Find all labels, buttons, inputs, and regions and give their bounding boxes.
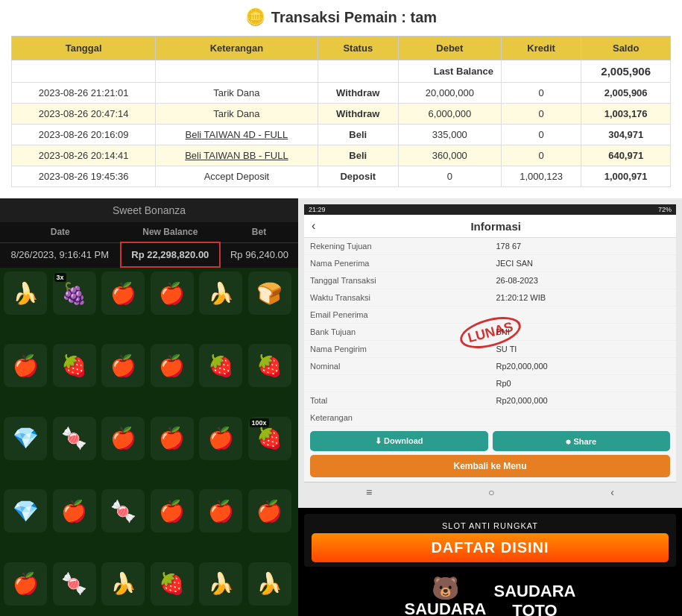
cell-date: 2023-08-26 21:21:01: [12, 83, 156, 104]
game-cell: 🍌: [248, 562, 291, 606]
info-value: SU TI: [490, 341, 677, 358]
cell-debet: 0: [398, 166, 501, 187]
table-row: 2023-08-26 21:21:01Tarik DanaWithdraw20,…: [12, 83, 671, 104]
col-saldo: Saldo: [581, 37, 671, 60]
info-value: 21:20:12 WIB: [490, 289, 677, 307]
game-cell: 🍎: [101, 271, 145, 315]
table-row: 2023-08-26 20:16:09Beli TAIWAN 4D - FULL…: [12, 125, 671, 145]
cell-debet: 20,000,000: [398, 83, 501, 104]
back-icon[interactable]: ‹: [312, 219, 315, 233]
phone-battery: 72%: [658, 206, 672, 213]
info-value: BNI: [490, 324, 677, 341]
download-button[interactable]: ⬇ Download: [310, 431, 488, 451]
bottom-section: Sweet Bonanza Date New Balance Bet 8/26/…: [0, 198, 682, 616]
game-cell: 🍌: [101, 562, 145, 606]
info-row: NominalRp20,000,000: [304, 358, 676, 375]
cell-keterangan: Tarik Dana: [156, 104, 318, 125]
col-tanggal: Tanggal: [12, 37, 156, 60]
table-row: 2023-08-26 20:47:14Tarik DanaWithdraw6,0…: [12, 104, 671, 125]
info-label: Tanggal Transaksi: [304, 272, 490, 289]
game-cell: 🍬: [101, 489, 145, 532]
info-row: Bank TujuanBNI: [304, 324, 676, 341]
cell-keterangan[interactable]: Beli TAIWAN BB - FULL: [156, 145, 318, 166]
info-label: Waktu Transaksi: [304, 289, 490, 307]
transaction-table: Tanggal Keterangan Status Debet Kredit S…: [11, 36, 671, 187]
coin-icon: 🪙: [245, 7, 265, 27]
sb-table: Date New Balance Bet 8/26/2023, 9:16:41 …: [0, 222, 298, 268]
info-label: Rekening Tujuan: [304, 238, 490, 255]
cell-date: 2023-08-26 19:45:36: [12, 166, 156, 187]
game-cell: 🍓: [53, 344, 96, 387]
game-cell: 🍎: [4, 562, 47, 606]
info-row: TotalRp20,000,000: [304, 392, 676, 409]
cell-status: Withdraw: [318, 104, 398, 125]
cell-kredit: 0: [501, 125, 581, 145]
cell-date: 2023-08-26 20:14:41: [12, 145, 156, 166]
home-bar-home: ○: [488, 486, 494, 498]
phone-nav-title: Informasi: [323, 220, 669, 233]
game-cell: 💎: [4, 489, 47, 532]
game-cell: 🍎: [199, 417, 242, 460]
col-debet: Debet: [398, 37, 501, 60]
cell-status: Beli: [318, 125, 398, 145]
game-cell: 🍓: [199, 344, 242, 387]
game-cell: 🍬: [53, 562, 96, 606]
info-value: [490, 409, 677, 427]
cell-status: Deposit: [318, 166, 398, 187]
last-balance-label: Last Balance: [398, 60, 501, 83]
multiplier-badge: 3x: [54, 273, 66, 282]
cell-date: 2023-08-26 20:47:14: [12, 104, 156, 125]
last-balance-value: 2,005,906: [581, 60, 671, 83]
game-cell: 🍓: [151, 562, 194, 606]
game-cell: 🍞: [248, 271, 291, 315]
info-value: 26-08-2023: [490, 272, 677, 289]
phone-top-bar: 21:29 72%: [304, 204, 676, 215]
cell-keterangan[interactable]: Beli TAIWAN 4D - FULL: [156, 125, 318, 145]
game-grid: 🍌🍇3x🍎🍎🍌🍞🍎🍓🍎🍎🍓🍓💎🍬🍎🍎🍎🍓100x💎🍎🍬🍎🍎🍎🍎🍬🍌🍓🍌🍌: [0, 268, 298, 616]
cell-kredit: 0: [501, 145, 581, 166]
sb-col-bet: Bet: [220, 222, 298, 242]
home-bar-back: ‹: [610, 486, 614, 498]
cell-status: Withdraw: [318, 83, 398, 104]
cell-kredit: 1,000,123: [501, 166, 581, 187]
sb-date: 8/26/2023, 9:16:41 PM: [0, 242, 121, 267]
page-title: 🪙 Transaksi Pemain : tam: [11, 7, 671, 27]
info-label: Nama Pengirim: [304, 341, 490, 358]
info-label: Total: [304, 392, 490, 409]
cell-keterangan: Accept Deposit: [156, 166, 318, 187]
cell-status: Beli: [318, 145, 398, 166]
cell-kredit: 0: [501, 83, 581, 104]
cell-kredit: 0: [501, 104, 581, 125]
phone-mockup: 21:29 72% ‹ Informasi Rekening Tujuan178…: [298, 198, 682, 508]
game-cell: 🍓: [248, 344, 291, 387]
cell-date: 2023-08-26 20:16:09: [12, 125, 156, 145]
cell-debet: 6,000,000: [398, 104, 501, 125]
info-label: Email Penerima: [304, 307, 490, 324]
info-row: Nama PengirimSU TI: [304, 341, 676, 358]
info-label: Nama Penerima: [304, 255, 490, 272]
game-cell: 💎: [4, 417, 47, 460]
daftar-disini-button[interactable]: DAFTAR DISINI: [312, 533, 669, 562]
sb-bet: Rp 96,240.00: [220, 242, 298, 267]
cell-debet: 360,000: [398, 145, 501, 166]
kembali-button[interactable]: Kembali ke Menu: [310, 455, 670, 477]
share-button[interactable]: ⎈ Share: [493, 431, 671, 451]
game-cell: 🍓100x: [248, 417, 291, 460]
sweet-bonanza-panel: Sweet Bonanza Date New Balance Bet 8/26/…: [0, 198, 298, 616]
info-row: Tanggal Transaksi26-08-2023: [304, 272, 676, 289]
game-cell: 🍌: [199, 271, 242, 315]
info-label: Nominal: [304, 358, 490, 375]
info-row: Rp0: [304, 375, 676, 392]
logo-text-right-top: SAUDARA: [494, 582, 576, 601]
info-table: Rekening Tujuan178 67Nama PenerimaJECI S…: [304, 238, 676, 427]
info-label: Keterangan: [304, 409, 490, 427]
info-area: Rekening Tujuan178 67Nama PenerimaJECI S…: [304, 238, 676, 427]
sb-col-date: Date: [0, 222, 121, 242]
info-value: [490, 307, 677, 324]
game-cell: 🍎: [4, 344, 47, 387]
sb-data-row: 8/26/2023, 9:16:41 PM Rp 22,298,820.00 R…: [0, 242, 298, 267]
info-value: JECI SAN: [490, 255, 677, 272]
logo-icon-left: 🐻: [405, 575, 487, 601]
logo-text-right-bottom: TOTO: [494, 601, 576, 617]
game-cell: 🍎: [199, 489, 242, 532]
